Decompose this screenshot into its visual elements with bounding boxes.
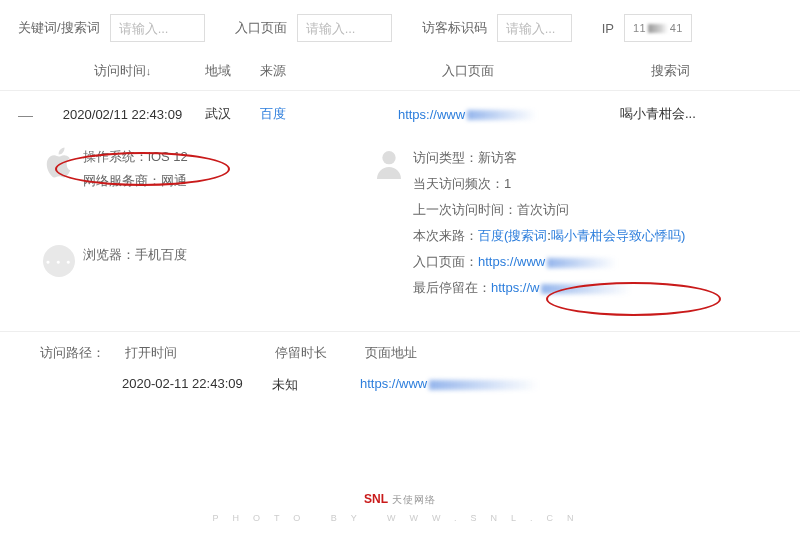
apple-icon [35,145,83,179]
dots-icon: ● ● ● [35,243,83,277]
row-time: 2020/02/11 22:43:09 [40,107,205,122]
sort-arrow-icon: ↓ [146,65,152,77]
row-region: 武汉 [205,105,260,123]
person-icon [365,145,413,179]
os-label: 操作系统： [83,149,148,164]
filter-bar: 关键词/搜索词 入口页面 访客标识码 IP 1141 [0,0,800,52]
day-visits-value: 1 [504,176,511,191]
th-search[interactable]: 搜索词 [620,62,720,80]
footer-line2: PHOTO BY WWW.SNL.CN [0,513,800,523]
last-visit-label: 上一次访问时间： [413,202,517,217]
detail-panel: 操作系统：iOS 12 网络服务商：网通 ● ● ● 浏览器：手机百度 [0,137,800,332]
th-entry[interactable]: 入口页面 [315,62,620,80]
pr-open-time: 2020-02-11 22:43:09 [122,376,272,394]
route-search-label: 搜索词 [508,228,547,243]
ip-label: IP [602,21,614,36]
visitor-type-label: 访问类型： [413,150,478,165]
last-stay-label: 最后停留在： [413,280,491,295]
svg-point-0 [382,151,395,164]
ph-url: 页面地址 [365,344,782,362]
row-source-link[interactable]: 百度 [260,105,315,123]
row-entry: https://www [315,107,620,122]
last-visit-value: 首次访问 [517,202,569,217]
table-header: 访问时间↓ 地域 来源 入口页面 搜索词 [0,52,800,91]
footer-brand-cn: 天使网络 [392,494,436,505]
path-section: 访问路径： 打开时间 停留时长 页面地址 2020-02-11 22:43:09… [0,332,800,406]
th-region[interactable]: 地域 [205,62,260,80]
entry-input[interactable] [297,14,392,42]
pr-duration: 未知 [272,376,360,394]
route-search-value[interactable]: 喝小青柑会导致心悸吗 [551,228,681,243]
os-value: iOS 12 [148,149,188,164]
row-search: 喝小青柑会... [620,105,720,123]
entry-page-label: 入口页面： [413,254,478,269]
route-source-link[interactable]: 百度 [478,228,504,243]
keyword-label: 关键词/搜索词 [18,19,100,37]
browser-label: 浏览器： [83,247,135,262]
visitor-type-value: 新访客 [478,150,517,165]
path-header: 访问路径： 打开时间 停留时长 页面地址 [40,344,782,362]
footer-brand: SNL [364,492,388,506]
isp-label: 网络服务商： [83,173,161,188]
ph-duration: 停留时长 [275,344,365,362]
visitor-id-input[interactable] [497,14,572,42]
pr-url: https://www [360,376,782,394]
path-row: 2020-02-11 22:43:09 未知 https://www [40,376,782,394]
visitor-id-label: 访客标识码 [422,19,487,37]
browser-value: 手机百度 [135,247,187,262]
row-toggle[interactable]: — [18,106,40,123]
footer-watermark: SNL天使网络 PHOTO BY WWW.SNL.CN [0,486,800,533]
route-label: 本次来路： [413,228,478,243]
last-stay-link[interactable]: https://w [491,280,539,295]
entry-page-link[interactable]: https://www [478,254,545,269]
pr-url-link[interactable]: https://www [360,376,427,391]
isp-value: 网通 [161,173,187,188]
th-source[interactable]: 来源 [260,62,315,80]
ip-input[interactable]: 1141 [624,14,692,42]
ph-open-time: 打开时间 [125,344,275,362]
day-visits-label: 当天访问频次： [413,176,504,191]
row-entry-link[interactable]: https://www [398,107,465,122]
th-time[interactable]: 访问时间↓ [40,62,205,80]
detail-left: 操作系统：iOS 12 网络服务商：网通 ● ● ● 浏览器：手机百度 [35,137,365,311]
entry-label: 入口页面 [235,19,287,37]
keyword-input[interactable] [110,14,205,42]
detail-right: 访问类型：新访客 当天访问频次：1 上一次访问时间：首次访问 本次来路：百度(搜… [365,137,800,311]
table-row: — 2020/02/11 22:43:09 武汉 百度 https://www … [0,91,800,137]
path-section-label: 访问路径： [40,344,105,362]
